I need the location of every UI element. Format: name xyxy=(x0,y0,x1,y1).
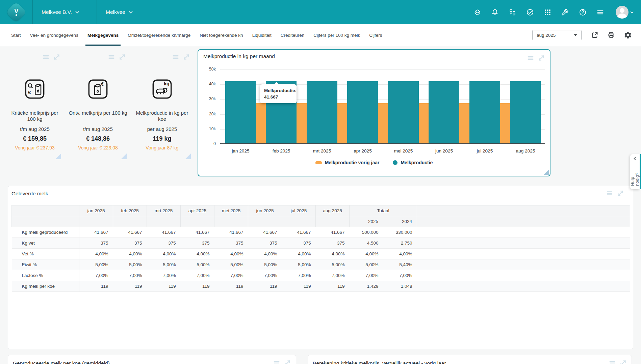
legend-item-vorig-jaar[interactable]: Melkproductie vorig jaar xyxy=(315,160,380,165)
column-header-mei-2025: mei 2025 xyxy=(214,205,248,216)
widget-expand-icon[interactable] xyxy=(617,190,624,197)
row-label: Kg melk geproduceerd xyxy=(12,227,79,238)
wrench-icon[interactable] xyxy=(561,8,569,17)
widget-expand-icon[interactable] xyxy=(284,359,291,364)
nav-tab-cijfers[interactable]: Cijfers xyxy=(369,24,382,46)
kpi-period: t/m aug 2025 xyxy=(69,126,127,132)
settings-gear-icon[interactable] xyxy=(624,31,632,39)
widget-resize-handle[interactable] xyxy=(55,153,61,159)
x-tick-label: mei 2025 xyxy=(383,148,424,153)
widget-expand-icon[interactable] xyxy=(119,53,126,61)
widget-menu-icon[interactable] xyxy=(108,53,115,61)
kpi-previous-year: Vorig jaar € 237,93 xyxy=(8,145,62,150)
column-header-totaal: Totaal xyxy=(350,205,417,216)
y-tick-label: 20k xyxy=(201,112,216,116)
apps-grid-icon[interactable] xyxy=(543,8,552,17)
value-cell: 375 xyxy=(147,238,181,249)
column-header-aug-2025: aug 2025 xyxy=(316,205,350,216)
value-cell: 5,00% xyxy=(214,259,248,270)
bell-icon[interactable] xyxy=(491,8,499,17)
nav-tab-start[interactable]: Start xyxy=(11,24,21,46)
widget-resize-handle[interactable] xyxy=(543,169,549,175)
widget-menu-icon[interactable] xyxy=(606,190,613,197)
print-icon[interactable] xyxy=(607,31,615,39)
nav-tab-crediteuren[interactable]: Crediteuren xyxy=(281,24,305,46)
x-tick-label: apr 2025 xyxy=(342,148,383,153)
bar-melkproductie-jan-2025[interactable] xyxy=(225,81,256,143)
nav-tab-melkgegevens[interactable]: Melkgegevens xyxy=(87,24,119,46)
column-header-feb-2025: feb 2025 xyxy=(113,205,147,216)
bar-vorig-jaar-apr-2025[interactable] xyxy=(378,103,388,143)
user-menu[interactable] xyxy=(616,6,634,19)
company-selector[interactable]: Melkvee B.V. xyxy=(33,0,97,24)
value-cell: 7,00% xyxy=(79,270,113,281)
widget-expand-icon[interactable] xyxy=(538,54,545,62)
nav-tab-cijfers-per-100-kg-melk[interactable]: Cijfers per 100 kg melk xyxy=(313,24,360,46)
widget-menu-icon[interactable] xyxy=(172,53,179,61)
value-cell: 7,00% xyxy=(383,270,417,281)
company-name: Melkvee B.V. xyxy=(42,9,72,15)
top-header: V Melkvee B.V. Melkvee xyxy=(0,0,641,24)
value-cell: 5,00% xyxy=(181,259,214,270)
assistant-badge-icon[interactable] xyxy=(473,8,482,17)
widget-menu-icon[interactable] xyxy=(42,53,50,61)
value-cell: 4,00% xyxy=(350,249,383,259)
switch-company-icon[interactable] xyxy=(508,8,517,17)
bar-melkproductie-mrt-2025[interactable] xyxy=(307,81,337,143)
blank-cell xyxy=(79,216,113,227)
value-cell: 7,00% xyxy=(181,270,214,281)
x-tick-label: feb 2025 xyxy=(261,148,302,153)
bar-vorig-jaar-jan-2025[interactable] xyxy=(256,103,266,143)
bar-vorig-jaar-mrt-2025[interactable] xyxy=(337,103,348,143)
administration-selector[interactable]: Melkvee xyxy=(97,0,148,24)
row-label: Kg vet xyxy=(12,238,79,249)
menu-icon[interactable] xyxy=(596,8,605,17)
widget-expand-icon[interactable] xyxy=(183,53,190,61)
value-cell: 375 xyxy=(181,238,214,249)
value-cell: 41.667 xyxy=(248,227,282,238)
visma-logo-icon: V xyxy=(6,2,27,23)
widget-resize-handle[interactable] xyxy=(185,153,191,159)
app-logo[interactable]: V xyxy=(0,0,33,24)
page-navbar: StartVee- en grondgegevensMelkgegevensOm… xyxy=(0,24,641,46)
bar-vorig-jaar-feb-2025[interactable] xyxy=(297,103,307,143)
value-cell: 7,00% xyxy=(282,270,316,281)
bar-melkproductie-apr-2025[interactable] xyxy=(347,81,378,143)
bar-vorig-jaar-jun-2025[interactable] xyxy=(459,103,469,143)
nav-tab-vee-en-grondgegevens[interactable]: Vee- en grondgegevens xyxy=(30,24,78,46)
period-select-value: aug 2025 xyxy=(537,33,556,38)
help-tab[interactable]: Hulp nodig? ... xyxy=(630,154,640,189)
bar-melkproductie-jul-2025[interactable] xyxy=(469,81,500,143)
widget-menu-icon[interactable] xyxy=(609,359,616,364)
chart-panel-melkproductie: Melkproductie in kg per maand Melkproduc… xyxy=(198,49,550,176)
bar-melkproductie-jun-2025[interactable] xyxy=(429,81,459,143)
widget-menu-icon[interactable] xyxy=(273,359,280,364)
share-icon[interactable] xyxy=(591,31,599,39)
check-circle-icon[interactable] xyxy=(526,8,534,17)
value-cell: 119 xyxy=(214,281,248,292)
bar-vorig-jaar-jul-2025[interactable] xyxy=(500,103,510,143)
nav-tab-liquiditeit[interactable]: Liquiditeit xyxy=(252,24,272,46)
value-cell: 7,00% xyxy=(113,270,147,281)
value-cell: 41.667 xyxy=(282,227,316,238)
bar-melkproductie-aug-2025[interactable] xyxy=(510,81,541,143)
value-cell: 7,00% xyxy=(147,270,181,281)
widget-expand-icon[interactable] xyxy=(619,359,627,364)
bar-melkproductie-mei-2025[interactable] xyxy=(388,81,419,143)
nav-tab-omzet-toegerekende-kn-marge[interactable]: Omzet/toegerekende kn/marge xyxy=(128,24,190,46)
widget-menu-icon[interactable] xyxy=(527,54,534,62)
filler-cell xyxy=(417,227,630,238)
value-cell: 119 xyxy=(113,281,147,292)
help-icon[interactable] xyxy=(579,8,587,17)
panel-title: Geproduceerde melk per koe (gemiddeld) xyxy=(13,360,110,364)
period-select[interactable]: aug 2025 xyxy=(532,30,582,40)
value-cell: 330.000 xyxy=(383,227,417,238)
legend-item-melkproductie[interactable]: Melkproductie xyxy=(393,160,433,165)
nav-tab-niet-toegerekende-kn[interactable]: Niet toegerekende kn xyxy=(200,24,243,46)
bar-vorig-jaar-mei-2025[interactable] xyxy=(419,103,429,143)
value-cell: 119 xyxy=(79,281,113,292)
widget-expand-icon[interactable] xyxy=(53,53,60,61)
widget-resize-handle[interactable] xyxy=(121,153,127,159)
user-avatar xyxy=(616,6,629,19)
kpi-value: 119 kg xyxy=(133,135,191,142)
